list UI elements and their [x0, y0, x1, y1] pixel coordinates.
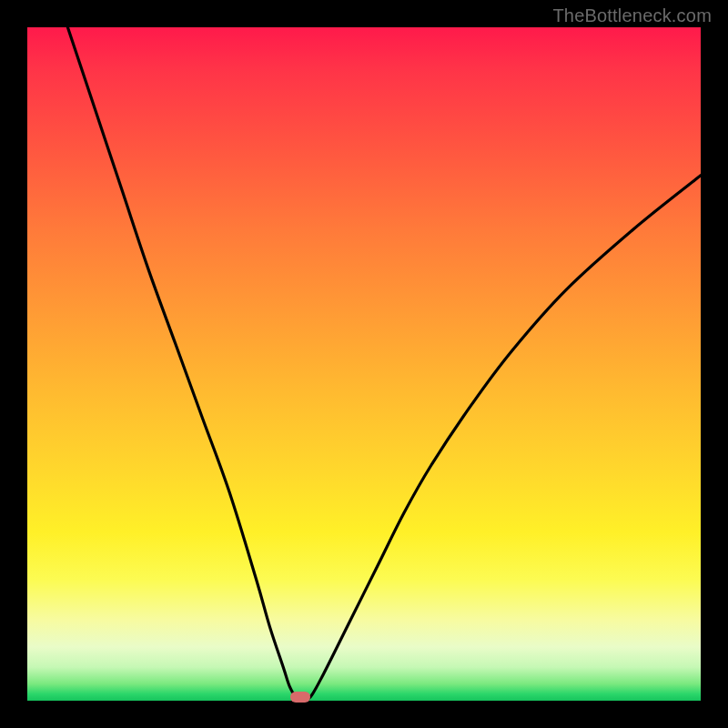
plot-area [27, 27, 701, 701]
minimum-marker [290, 692, 310, 703]
bottleneck-curve [27, 27, 701, 701]
watermark-text: TheBottleneck.com [552, 5, 712, 26]
chart-frame: TheBottleneck.com [0, 0, 728, 728]
